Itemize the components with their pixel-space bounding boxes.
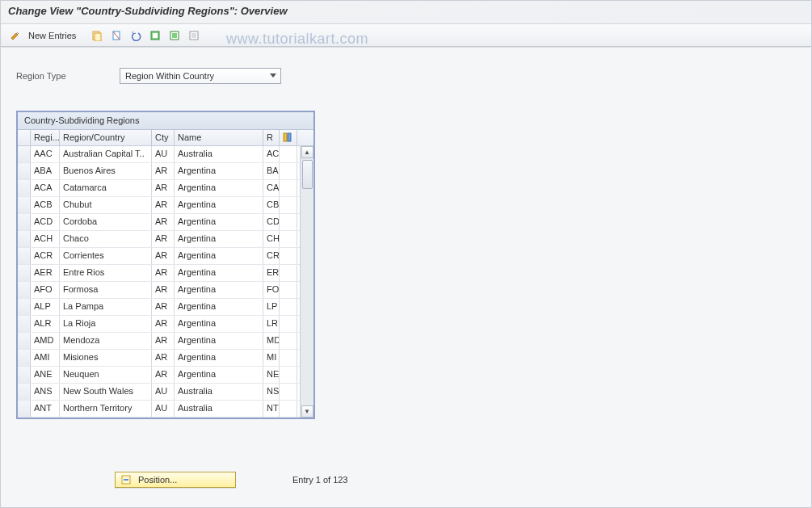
header-name[interactable]: Name <box>175 130 263 145</box>
header-r[interactable]: R <box>263 130 280 145</box>
scroll-thumb[interactable] <box>302 160 313 189</box>
row-selector[interactable] <box>18 384 31 400</box>
cell-regi[interactable]: AMI <box>31 350 60 366</box>
undo-icon[interactable] <box>127 27 145 44</box>
cell-regi[interactable]: ALR <box>31 316 60 332</box>
cell-cty[interactable]: AR <box>152 316 175 332</box>
cell-cty[interactable]: AR <box>152 197 175 213</box>
row-selector[interactable] <box>18 282 31 298</box>
cell-regi[interactable]: ACH <box>31 231 60 247</box>
row-selector[interactable] <box>18 316 31 332</box>
table-row[interactable]: ACRCorrientesARArgentinaCR <box>18 248 313 265</box>
cell-cty[interactable]: AR <box>152 248 175 264</box>
header-region-country[interactable]: Region/Country <box>60 130 152 145</box>
cell-name[interactable]: Argentina <box>175 333 263 349</box>
cell-region-country[interactable]: Misiones <box>60 350 152 366</box>
cell-r[interactable]: CD <box>263 214 280 230</box>
vertical-scrollbar[interactable]: ▲ ▼ <box>300 146 313 418</box>
cell-regi[interactable]: ACA <box>31 180 60 196</box>
cell-region-country[interactable]: Mendoza <box>60 333 152 349</box>
new-entries-button[interactable]: New Entries <box>26 27 83 44</box>
table-row[interactable]: ACBChubutARArgentinaCB <box>18 197 313 214</box>
cell-name[interactable]: Argentina <box>175 248 263 264</box>
cell-regi[interactable]: ANE <box>31 367 60 383</box>
cell-name[interactable]: Australia <box>175 384 263 400</box>
table-row[interactable]: ANENeuquenARArgentinaNE <box>18 367 313 384</box>
cell-name[interactable]: Argentina <box>175 350 263 366</box>
header-cty[interactable]: Cty <box>152 130 175 145</box>
cell-region-country[interactable]: Chubut <box>60 197 152 213</box>
row-selector[interactable] <box>18 265 31 281</box>
cell-region-country[interactable]: Northern Territory <box>60 401 152 417</box>
select-block-icon[interactable] <box>166 27 183 44</box>
table-row[interactable]: ABABuenos AiresARArgentinaBA <box>18 163 313 180</box>
cell-cty[interactable]: AR <box>152 299 175 315</box>
table-row[interactable]: AMDMendozaARArgentinaMD <box>18 333 313 350</box>
cell-region-country[interactable]: Corrientes <box>60 248 152 264</box>
cell-region-country[interactable]: Chaco <box>60 231 152 247</box>
cell-region-country[interactable]: Buenos Aires <box>60 163 152 179</box>
cell-regi[interactable]: ANT <box>31 401 60 417</box>
scroll-up-icon[interactable]: ▲ <box>301 146 313 158</box>
cell-r[interactable]: LP <box>263 299 280 315</box>
table-row[interactable]: ANTNorthern TerritoryAUAustraliaNT <box>18 401 313 418</box>
cell-r[interactable]: LR <box>263 316 280 332</box>
cell-cty[interactable]: AR <box>152 367 175 383</box>
configure-columns-icon[interactable] <box>280 130 297 145</box>
cell-r[interactable]: NS <box>263 384 280 400</box>
table-row[interactable]: AFOFormosaARArgentinaFO <box>18 282 313 299</box>
table-row[interactable]: ACHChacoARArgentinaCH <box>18 231 313 248</box>
cell-cty[interactable]: AR <box>152 163 175 179</box>
table-row[interactable]: AMIMisionesARArgentinaMI <box>18 350 313 367</box>
row-selector[interactable] <box>18 163 31 179</box>
cell-r[interactable]: CA <box>263 180 280 196</box>
region-type-dropdown[interactable]: Region Within Country <box>120 68 281 84</box>
cell-cty[interactable]: AR <box>152 180 175 196</box>
cell-name[interactable]: Argentina <box>175 265 263 281</box>
cell-r[interactable]: CH <box>263 231 280 247</box>
cell-name[interactable]: Argentina <box>175 214 263 230</box>
header-regi[interactable]: Regi... <box>31 130 60 145</box>
cell-regi[interactable]: AER <box>31 265 60 281</box>
row-selector[interactable] <box>18 197 31 213</box>
cell-region-country[interactable]: La Rioja <box>60 316 152 332</box>
table-row[interactable]: AEREntre RiosARArgentinaER <box>18 265 313 282</box>
cell-region-country[interactable]: Neuquen <box>60 367 152 383</box>
table-row[interactable]: ALPLa PampaARArgentinaLP <box>18 299 313 316</box>
cell-regi[interactable]: ANS <box>31 384 60 400</box>
cell-r[interactable]: AC <box>263 146 280 162</box>
cell-name[interactable]: Argentina <box>175 163 263 179</box>
cell-name[interactable]: Argentina <box>175 282 263 298</box>
cell-region-country[interactable]: Cordoba <box>60 214 152 230</box>
row-selector[interactable] <box>18 367 31 383</box>
row-selector[interactable] <box>18 248 31 264</box>
row-selector[interactable] <box>18 214 31 230</box>
header-selector[interactable] <box>18 130 31 145</box>
row-selector[interactable] <box>18 350 31 366</box>
table-row[interactable]: ACDCordobaARArgentinaCD <box>18 214 313 231</box>
table-row[interactable]: AACAustralian Capital T..AUAustraliaAC <box>18 146 313 163</box>
cell-region-country[interactable]: Australian Capital T.. <box>60 146 152 162</box>
cell-r[interactable]: BA <box>263 163 280 179</box>
cell-name[interactable]: Australia <box>175 146 263 162</box>
row-selector[interactable] <box>18 146 31 162</box>
cell-name[interactable]: Argentina <box>175 180 263 196</box>
table-row[interactable]: ANSNew South WalesAUAustraliaNS <box>18 384 313 401</box>
cell-regi[interactable]: AMD <box>31 333 60 349</box>
cell-region-country[interactable]: New South Wales <box>60 384 152 400</box>
cell-cty[interactable]: AR <box>152 265 175 281</box>
cell-regi[interactable]: ABA <box>31 163 60 179</box>
cell-cty[interactable]: AU <box>152 401 175 417</box>
cell-regi[interactable]: AAC <box>31 146 60 162</box>
cell-r[interactable]: FO <box>263 282 280 298</box>
cell-r[interactable]: NT <box>263 401 280 417</box>
row-selector[interactable] <box>18 180 31 196</box>
cell-cty[interactable]: AR <box>152 282 175 298</box>
cell-regi[interactable]: ACD <box>31 214 60 230</box>
cell-region-country[interactable]: Catamarca <box>60 180 152 196</box>
cell-name[interactable]: Argentina <box>175 316 263 332</box>
cell-regi[interactable]: ACR <box>31 248 60 264</box>
cell-name[interactable]: Australia <box>175 401 263 417</box>
cell-r[interactable]: ER <box>263 265 280 281</box>
cell-region-country[interactable]: La Pampa <box>60 299 152 315</box>
